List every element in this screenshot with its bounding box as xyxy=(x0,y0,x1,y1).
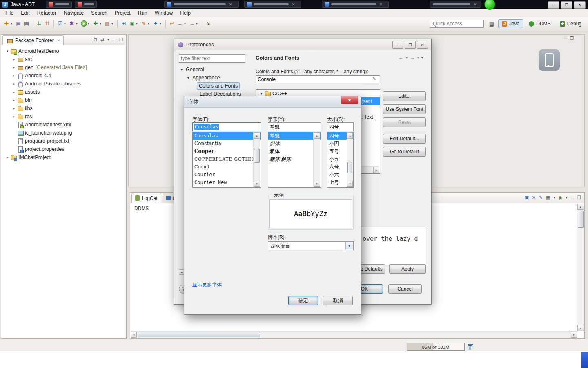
font-list-item[interactable]: Courier xyxy=(193,171,261,179)
maximize-button[interactable]: ❐ xyxy=(561,1,572,9)
scroll-right-icon[interactable]: ▸ xyxy=(571,332,577,338)
menu-run[interactable]: Run xyxy=(134,10,151,16)
font-style-list[interactable]: 常规 斜体 粗体 粗体 斜体 ▴ ▾ xyxy=(268,132,321,188)
collapse-all-icon[interactable]: ⊟ xyxy=(94,37,97,43)
save-icon[interactable]: ▣ xyxy=(14,19,22,28)
menu-edit[interactable]: Edit xyxy=(17,10,33,16)
dropdown-caret-icon[interactable]: ▾ xyxy=(160,19,163,28)
background-window-fragment[interactable]: ✕ xyxy=(430,1,481,8)
maximize-view-icon[interactable]: ❐ xyxy=(570,36,574,40)
tree-item-android44[interactable]: ▸ Android 4.4 xyxy=(1,72,126,80)
scrollbar-thumb[interactable] xyxy=(254,149,260,163)
tree-item-imchatproject[interactable]: ▸ IMChatProject xyxy=(1,153,126,162)
preferences-filter-input[interactable] xyxy=(179,54,245,63)
dropdown-caret-icon[interactable]: ▾ xyxy=(554,196,555,200)
pref-tree-colors-and-fonts[interactable]: Colors and Fonts xyxy=(179,82,250,90)
tree-item-res[interactable]: ▸ res xyxy=(1,112,126,121)
font-list[interactable]: Consolas Constantia Cooper COPPERPLATE G… xyxy=(192,132,261,188)
vertical-scrollbar[interactable]: ▴ ▾ xyxy=(313,132,320,187)
edit-default-button[interactable]: Edit Default... xyxy=(383,134,426,144)
tree-item-src[interactable]: ▸ src xyxy=(1,55,126,63)
scroll-right-icon[interactable]: ▸ xyxy=(373,167,379,173)
dropdown-caret-icon[interactable]: ▾ xyxy=(136,19,140,28)
quick-access-input[interactable] xyxy=(430,20,484,28)
menu-refactor[interactable]: Refactor xyxy=(33,10,60,16)
pin-editor-icon[interactable]: ⇲ xyxy=(204,19,212,28)
menu-project[interactable]: Project xyxy=(111,10,134,16)
background-window-fragment[interactable] xyxy=(46,1,72,8)
taskbar-fragment[interactable] xyxy=(581,352,588,368)
new-java-element-icon[interactable]: ✎ xyxy=(140,19,148,28)
tree-item-assets[interactable]: ▸ assets xyxy=(1,88,126,96)
scrollbar-thumb[interactable] xyxy=(578,211,584,228)
font-ok-button[interactable]: 确定 xyxy=(288,296,318,305)
menu-navigate[interactable]: Navigate xyxy=(60,10,87,16)
vertical-scrollbar[interactable]: ▴ ▾ xyxy=(253,132,260,187)
colors-fonts-search-input[interactable] xyxy=(256,75,380,83)
search-icon[interactable]: ✦ xyxy=(151,19,160,28)
last-edit-location-icon[interactable]: ↩ xyxy=(168,19,176,28)
background-window-fragment[interactable] xyxy=(75,1,97,8)
cancel-button[interactable]: Cancel xyxy=(388,284,422,294)
maximize-view-icon[interactable]: ❐ xyxy=(119,37,123,43)
scroll-down-icon[interactable]: ▾ xyxy=(254,181,260,187)
clear-log-icon[interactable]: ✕ xyxy=(532,195,536,200)
dropdown-caret-icon[interactable]: ▾ xyxy=(88,19,91,28)
scroll-down-icon[interactable]: ▾ xyxy=(577,325,584,331)
combo-caret-icon[interactable]: ▾ xyxy=(345,242,353,249)
font-list-item[interactable]: Cooper xyxy=(193,148,261,155)
font-cancel-button[interactable]: 取消 xyxy=(323,296,353,305)
tree-item-libs[interactable]: ▸ libs xyxy=(1,104,126,112)
close-icon[interactable]: ✕ xyxy=(474,2,477,7)
dropdown-caret-icon[interactable]: ▾ xyxy=(64,19,68,28)
chevron-collapsed-icon[interactable]: ▸ xyxy=(11,57,17,61)
edit-filter-icon[interactable]: ✎ xyxy=(539,195,543,200)
sdk-manager-icon[interactable]: ⊞ xyxy=(120,19,128,28)
perspective-java-button[interactable]: J Java xyxy=(498,19,523,28)
dropdown-caret-icon[interactable]: ▾ xyxy=(111,19,115,28)
style-list-item[interactable]: 常规 xyxy=(268,132,321,140)
close-button[interactable]: ✕ xyxy=(417,41,428,49)
font-list-item[interactable]: COPPERPLATE GOTHIC xyxy=(193,155,261,163)
run-icon[interactable]: ▶ xyxy=(80,19,88,28)
dropdown-caret-icon[interactable]: ▾ xyxy=(406,56,408,60)
dropdown-caret-icon[interactable]: ▾ xyxy=(417,56,419,60)
open-perspective-icon[interactable]: ▦ xyxy=(488,19,496,28)
minimize-view-icon[interactable]: ─ xyxy=(564,36,567,40)
font-dialog-titlebar[interactable]: 字体 ✕ xyxy=(184,96,361,108)
background-window-fragment[interactable]: ✕ xyxy=(322,1,389,8)
maximize-button[interactable]: ❐ xyxy=(405,41,416,49)
import-icon[interactable]: ⇊ xyxy=(35,19,43,28)
minimize-button[interactable]: ─ xyxy=(548,1,559,9)
font-list-item[interactable]: Consolas xyxy=(193,132,261,140)
chevron-collapsed-icon[interactable]: ▸ xyxy=(11,65,17,70)
dropdown-caret-icon[interactable]: ▾ xyxy=(100,19,103,28)
view-menu-caret-icon[interactable]: ▾ xyxy=(566,196,567,200)
style-list-item[interactable]: 粗体 斜体 xyxy=(268,155,321,163)
go-to-default-button[interactable]: Go to Default xyxy=(383,147,426,157)
chevron-collapsed-icon[interactable]: ▸ xyxy=(11,98,17,102)
scroll-up-icon[interactable]: ▴ xyxy=(347,132,353,139)
close-button[interactable]: ✕ xyxy=(574,1,586,9)
tree-item-proguard[interactable]: proguard-project.txt xyxy=(1,137,126,145)
preferences-titlebar[interactable]: Preferences ─ ❐ ✕ xyxy=(174,39,431,50)
scroll-down-icon[interactable]: ▾ xyxy=(347,181,353,187)
font-name-input[interactable]: Consolas xyxy=(192,122,261,131)
scroll-up-icon[interactable]: ▴ xyxy=(577,204,584,210)
horizontal-scrollbar[interactable]: ◂ ▸ xyxy=(131,331,577,338)
dropdown-caret-icon[interactable]: ▾ xyxy=(76,19,80,28)
scroll-left-icon[interactable]: ◂ xyxy=(131,332,137,338)
scroll-up-icon[interactable]: ▴ xyxy=(314,132,320,139)
tree-item-properties[interactable]: project.properties xyxy=(1,145,126,153)
scrollbar-thumb[interactable] xyxy=(347,162,352,173)
close-icon[interactable]: ✕ xyxy=(379,2,383,7)
scrollbar-thumb[interactable] xyxy=(138,332,260,337)
tab-package-explorer[interactable]: Package Explorer ✕ xyxy=(2,35,64,45)
export-icon[interactable]: ⇈ xyxy=(43,19,51,28)
menu-window[interactable]: Window xyxy=(151,10,176,16)
show-more-fonts-link[interactable]: 显示更多字体 xyxy=(192,281,222,288)
tab-logcat[interactable]: LogCat xyxy=(131,193,161,203)
tree-item-bin[interactable]: ▸ bin xyxy=(1,96,126,104)
forward-icon[interactable]: → xyxy=(188,19,196,28)
style-list-item[interactable]: 粗体 xyxy=(268,148,321,155)
